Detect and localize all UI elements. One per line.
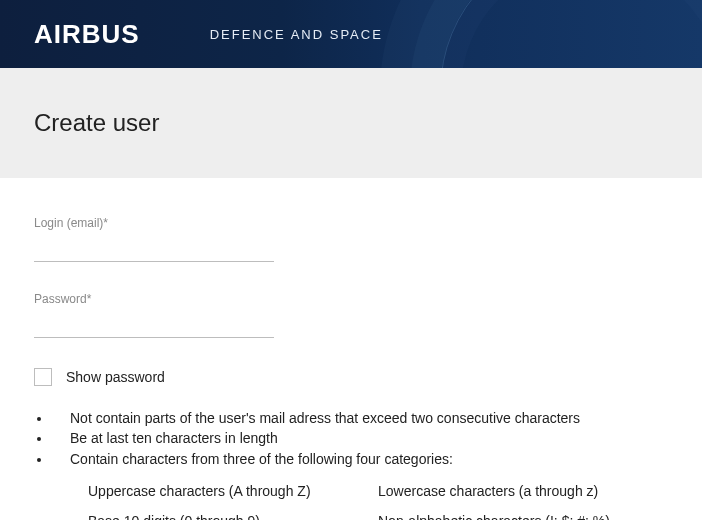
rule-item: Not contain parts of the user's mail adr…: [52, 408, 668, 428]
password-label: Password*: [34, 292, 274, 306]
password-field-wrapper: Password*: [34, 292, 274, 338]
rule-item: Be at last ten characters in length: [52, 428, 668, 448]
show-password-checkbox[interactable]: [34, 368, 52, 386]
app-header: AIRBUS DEFENCE AND SPACE: [0, 0, 702, 68]
password-input[interactable]: [34, 312, 274, 338]
brand-subtitle: DEFENCE AND SPACE: [210, 27, 383, 42]
brand-logo: AIRBUS: [34, 19, 140, 50]
create-user-form: Login (email)* Password* Show password N…: [0, 178, 702, 520]
page-title: Create user: [34, 109, 159, 137]
category-lowercase: Lowercase characters (a through z): [378, 483, 668, 499]
category-uppercase: Uppercase characters (A through Z): [88, 483, 378, 499]
login-field-wrapper: Login (email)*: [34, 216, 274, 262]
login-input[interactable]: [34, 236, 274, 262]
category-digits: Base 10 digits (0 through 9): [88, 513, 378, 520]
show-password-label: Show password: [66, 369, 165, 385]
title-band: Create user: [0, 68, 702, 178]
password-categories: Uppercase characters (A through Z) Lower…: [34, 483, 668, 520]
login-label: Login (email)*: [34, 216, 274, 230]
password-rules-list: Not contain parts of the user's mail adr…: [34, 408, 668, 469]
show-password-row: Show password: [34, 368, 668, 386]
rule-item: Contain characters from three of the fol…: [52, 449, 668, 469]
category-nonalpha: Non-alphabetic characters (!; $; #; %): [378, 513, 668, 520]
